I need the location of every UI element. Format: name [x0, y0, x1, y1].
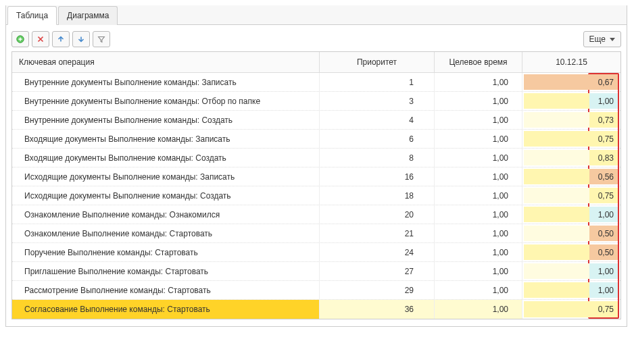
cell-date: 0,67 — [522, 73, 620, 91]
move-down-button[interactable] — [72, 31, 90, 47]
table-row[interactable]: Согласование Выполнение команды: Стартов… — [12, 300, 620, 319]
cell-operation: Исходящие документы Выполнение команды: … — [12, 186, 320, 205]
cell-target: 1,00 — [435, 186, 522, 205]
cell-priority: 20 — [320, 205, 435, 224]
date-left-bg — [524, 301, 589, 317]
cell-value: 0,50 — [589, 244, 618, 260]
col-priority[interactable]: Приоритет — [320, 52, 435, 72]
date-left-bg — [524, 150, 589, 165]
cell-date: 1,00 — [522, 262, 620, 280]
cell-priority: 3 — [320, 92, 435, 110]
cell-operation: Исходящие документы Выполнение команды: … — [12, 167, 320, 186]
cell-operation: Согласование Выполнение команды: Стартов… — [12, 300, 320, 319]
cell-operation: Ознакомление Выполнение команды: Ознаком… — [12, 205, 320, 224]
tab-table[interactable]: Таблица — [7, 6, 57, 25]
cell-priority: 29 — [320, 281, 435, 299]
cell-target: 1,00 — [435, 281, 522, 299]
table-row[interactable]: Исходящие документы Выполнение команды: … — [12, 186, 620, 205]
date-left-bg — [524, 74, 589, 90]
cell-value: 1,00 — [589, 263, 618, 279]
cell-priority: 36 — [320, 300, 435, 319]
cell-target: 1,00 — [435, 92, 522, 110]
arrow-down-icon — [76, 34, 86, 44]
cell-operation: Внутренние документы Выполнение команды:… — [12, 92, 320, 110]
table-row[interactable]: Ознакомление Выполнение команды: Стартов… — [12, 224, 620, 243]
tab-chart[interactable]: Диаграмма — [58, 6, 118, 25]
date-left-bg — [524, 282, 589, 298]
col-operation[interactable]: Ключевая операция — [12, 52, 320, 72]
cell-operation: Рассмотрение Выполнение команды: Стартов… — [12, 281, 320, 299]
table-row[interactable]: Входящие документы Выполнение команды: С… — [12, 149, 620, 167]
cell-target: 1,00 — [435, 130, 522, 148]
filter-button[interactable] — [93, 31, 110, 47]
cell-priority: 6 — [320, 130, 435, 148]
arrow-up-icon — [56, 34, 66, 44]
col-date[interactable]: 10.12.15 — [522, 52, 620, 72]
cell-target: 1,00 — [435, 224, 522, 242]
cell-date: 0,83 — [522, 149, 620, 167]
cell-priority: 4 — [320, 111, 435, 129]
cell-priority: 24 — [320, 243, 435, 261]
cell-target: 1,00 — [435, 73, 522, 91]
cell-target: 1,00 — [435, 262, 522, 280]
cell-date: 0,75 — [522, 300, 620, 319]
cell-operation: Приглашение Выполнение команды: Стартова… — [12, 262, 320, 280]
cell-date: 0,75 — [522, 130, 620, 148]
more-button[interactable]: Еще — [583, 31, 621, 47]
cell-target: 1,00 — [435, 300, 522, 319]
cell-target: 1,00 — [435, 149, 522, 167]
cell-operation: Внутренние документы Выполнение команды:… — [12, 111, 320, 129]
cell-date: 1,00 — [522, 281, 620, 299]
table-header: Ключевая операция Приоритет Целевое врем… — [12, 52, 620, 73]
date-left-bg — [524, 188, 589, 203]
cell-value: 1,00 — [589, 93, 618, 109]
table-row[interactable]: Входящие документы Выполнение команды: З… — [12, 130, 620, 149]
cell-target: 1,00 — [435, 243, 522, 261]
date-left-bg — [524, 226, 589, 241]
cell-date: 0,50 — [522, 243, 620, 261]
chevron-down-icon — [610, 38, 615, 41]
cell-value: 0,50 — [589, 226, 618, 241]
table-row[interactable]: Поручение Выполнение команды: Стартовать… — [12, 243, 620, 262]
cell-date: 1,00 — [522, 92, 620, 110]
table-row[interactable]: Внутренние документы Выполнение команды:… — [12, 73, 620, 92]
cell-priority: 21 — [320, 224, 435, 242]
move-up-button[interactable] — [52, 31, 70, 47]
date-left-bg — [524, 93, 589, 109]
cell-value: 1,00 — [589, 207, 618, 222]
date-left-bg — [524, 207, 589, 222]
cell-value: 0,73 — [589, 112, 618, 128]
cell-date: 0,75 — [522, 186, 620, 205]
col-target[interactable]: Целевое время — [435, 52, 522, 72]
cell-priority: 18 — [320, 186, 435, 205]
more-label: Еще — [589, 34, 606, 44]
date-left-bg — [524, 131, 589, 147]
cell-priority: 27 — [320, 262, 435, 280]
table-row[interactable]: Рассмотрение Выполнение команды: Стартов… — [12, 281, 620, 300]
cell-date: 0,73 — [522, 111, 620, 129]
toolbar: Еще — [6, 26, 627, 51]
date-left-bg — [524, 244, 589, 260]
cell-operation: Поручение Выполнение команды: Стартовать — [12, 243, 320, 261]
cell-date: 0,50 — [522, 224, 620, 242]
table-row[interactable]: Исходящие документы Выполнение команды: … — [12, 167, 620, 186]
date-left-bg — [524, 112, 589, 128]
table-row[interactable]: Приглашение Выполнение команды: Стартова… — [12, 262, 620, 281]
table-row[interactable]: Ознакомление Выполнение команды: Ознаком… — [12, 205, 620, 224]
x-icon — [36, 34, 45, 44]
cell-value: 1,00 — [589, 282, 618, 298]
cell-priority: 16 — [320, 167, 435, 186]
table-row[interactable]: Внутренние документы Выполнение команды:… — [12, 111, 620, 130]
tabs: Таблица Диаграмма — [6, 5, 627, 25]
data-table: Ключевая операция Приоритет Целевое врем… — [11, 51, 621, 319]
cell-date: 0,56 — [522, 167, 620, 186]
table-row[interactable]: Внутренние документы Выполнение команды:… — [12, 92, 620, 111]
date-left-bg — [524, 169, 589, 184]
delete-button[interactable] — [32, 31, 49, 47]
cell-priority: 1 — [320, 73, 435, 91]
add-button[interactable] — [11, 31, 29, 47]
cell-value: 0,67 — [589, 74, 618, 90]
cell-value: 0,75 — [589, 131, 618, 147]
cell-operation: Ознакомление Выполнение команды: Стартов… — [12, 224, 320, 242]
cell-target: 1,00 — [435, 167, 522, 186]
